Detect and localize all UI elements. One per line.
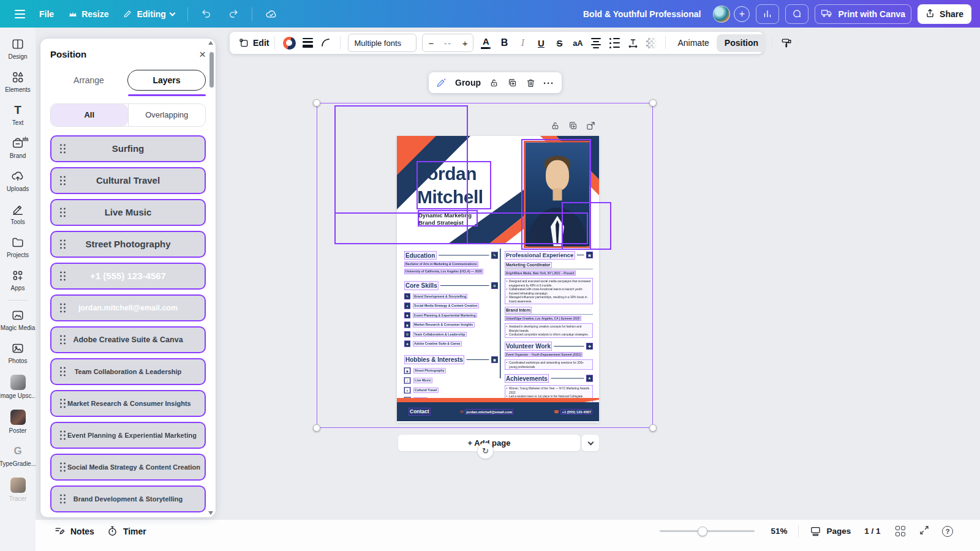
avatar[interactable]: [713, 6, 730, 23]
education-line[interactable]: University of California, Los Angeles (U…: [404, 269, 483, 274]
drag-handle-icon[interactable]: [59, 302, 66, 313]
job-bullets[interactable]: Assisted in developing creative concepts…: [505, 323, 593, 338]
notes-button[interactable]: Notes: [48, 522, 100, 541]
duplicate-icon[interactable]: [568, 121, 578, 131]
italic-button[interactable]: I: [514, 34, 531, 51]
layer-item[interactable]: jordan.mitchell@email.com: [50, 294, 206, 321]
contact-bar[interactable]: Contact ✉ jordan.mitchell@email.com ☎ +1…: [397, 402, 599, 421]
sidebar-item-text[interactable]: T Text: [0, 99, 36, 132]
underline-button[interactable]: U: [532, 34, 549, 51]
sidebar-item-typegradient[interactable]: G TypeGradie...: [0, 440, 36, 473]
help-button[interactable]: ?: [942, 526, 953, 537]
group-button[interactable]: Group: [452, 74, 484, 91]
layer-item[interactable]: University of California, Los Angeles (U…: [50, 517, 206, 518]
text-case-button[interactable]: aA: [569, 34, 586, 51]
volunteer-section-heading[interactable]: Volunteer Work ✚: [505, 342, 593, 350]
file-menu[interactable]: File: [32, 5, 61, 23]
layer-item[interactable]: Adobe Creative Suite & Canva: [50, 326, 206, 353]
magic-edit-button[interactable]: [433, 74, 451, 91]
font-size-decrease[interactable]: −: [428, 38, 434, 48]
education-line[interactable]: Bachelor of Arts in Marketing & Communic…: [404, 262, 478, 267]
tab-arrange[interactable]: Arrange: [50, 70, 127, 90]
layer-item[interactable]: Brand Development & Storytelling: [50, 485, 206, 512]
achievements-section-heading[interactable]: Achievements ★: [505, 374, 593, 383]
layer-item[interactable]: Street Photography: [50, 231, 206, 258]
volunteer-meta[interactable]: Event Organizer – Youth Empowerment Summ…: [505, 352, 593, 357]
drag-handle-icon[interactable]: [59, 207, 66, 217]
design-page[interactable]: Jordan Mitchell Dynamic Marketing Brand …: [397, 136, 599, 422]
animate-button[interactable]: Animate: [671, 34, 715, 51]
job-bullets[interactable]: Designed and executed social media campa…: [505, 278, 593, 304]
skill-item[interactable]: ✦ Social Media Strategy & Content Creati…: [404, 303, 498, 309]
experience-section-heading[interactable]: Professional Experience ▣: [505, 251, 593, 259]
sidebar-item-poster[interactable]: Poster: [0, 405, 36, 440]
layer-item[interactable]: Cultural Travel: [50, 167, 206, 194]
list-button[interactable]: [606, 34, 623, 51]
font-size-increase[interactable]: +: [462, 38, 468, 48]
sidebar-item-design[interactable]: Design: [0, 32, 36, 66]
drag-handle-icon[interactable]: [59, 366, 66, 377]
drag-handle-icon[interactable]: [59, 398, 66, 408]
invite-member-button[interactable]: +: [734, 6, 750, 22]
delete-button[interactable]: [522, 74, 539, 91]
share-button[interactable]: Share: [918, 4, 971, 24]
job-title[interactable]: Brand Intern: [505, 307, 593, 315]
drag-handle-icon[interactable]: [59, 430, 66, 440]
drag-handle-icon[interactable]: [59, 239, 66, 249]
position-button[interactable]: Position: [717, 34, 766, 52]
undo-button[interactable]: [194, 4, 219, 24]
edit-image-button[interactable]: Edit: [238, 34, 269, 51]
selection-handle-top-left[interactable]: [313, 99, 320, 107]
more-options-button[interactable]: ···: [540, 74, 557, 91]
strikethrough-button[interactable]: S: [551, 34, 568, 51]
hobbies-section-heading[interactable]: Hobbies & Interests ▣: [404, 356, 498, 364]
font-family-selector[interactable]: Multiple fonts: [348, 34, 417, 52]
selection-handle-top-right[interactable]: [649, 99, 657, 107]
resize-button[interactable]: Resize: [62, 5, 115, 23]
color-swatch-button[interactable]: [281, 34, 298, 51]
skill-item[interactable]: ✚ Adobe Creative Suite & Canva: [404, 341, 498, 347]
sidebar-item-brand[interactable]: Brand: [0, 132, 36, 165]
drag-handle-icon[interactable]: [59, 175, 66, 186]
sidebar-item-image-upscaler[interactable]: Image Upsc...: [0, 370, 36, 405]
close-icon[interactable]: ×: [199, 48, 206, 60]
job-meta[interactable]: BrightWave Media, New York, NY | 2021 – …: [505, 271, 593, 276]
layer-item[interactable]: Live Music: [50, 199, 206, 226]
insights-button[interactable]: [756, 4, 779, 24]
fullscreen-button[interactable]: [919, 525, 930, 538]
subtab-overlapping[interactable]: Overlapping: [128, 104, 206, 126]
sidebar-item-uploads[interactable]: Uploads: [0, 165, 36, 198]
grid-view-button[interactable]: [895, 526, 906, 536]
print-with-canva-button[interactable]: Print with Canva: [815, 4, 911, 24]
volunteer-bullets[interactable]: Coordinated workshops and networking ses…: [505, 359, 593, 370]
drag-handle-icon[interactable]: [59, 334, 66, 345]
transparency-button[interactable]: [643, 34, 660, 51]
layer-item[interactable]: Surfing: [50, 135, 206, 162]
share-element-icon[interactable]: [586, 121, 596, 131]
copy-style-button[interactable]: [778, 34, 795, 51]
zoom-level[interactable]: 51%: [771, 527, 787, 536]
pages-button[interactable]: Pages: [810, 526, 851, 536]
sidebar-item-elements[interactable]: Elements: [0, 66, 36, 99]
sync-page-button[interactable]: ↻: [477, 443, 494, 459]
zoom-slider-thumb[interactable]: [698, 527, 707, 536]
sidebar-item-magic-media[interactable]: Magic Media: [0, 304, 36, 337]
font-size-stepper[interactable]: − -- +: [422, 34, 473, 52]
drag-handle-icon[interactable]: [59, 271, 66, 281]
skill-item[interactable]: ✎ Brand Development & Storytelling: [404, 293, 498, 299]
profile-photo[interactable]: [524, 141, 591, 248]
layer-item[interactable]: Market Research & Consumer Insights: [50, 390, 206, 417]
scroll-down-arrow[interactable]: [208, 511, 213, 515]
drag-handle-icon[interactable]: [59, 462, 66, 472]
layer-item[interactable]: Social Media Strategy & Content Creation: [50, 454, 206, 481]
resume-subtitle[interactable]: Dynamic Marketing Brand Strategist: [418, 211, 472, 227]
redo-button[interactable]: [221, 4, 246, 24]
scroll-up-arrow[interactable]: [208, 41, 213, 45]
stroke-weight-button[interactable]: [299, 34, 316, 51]
lock-icon[interactable]: [550, 121, 560, 131]
selection-handle-bottom-left[interactable]: [313, 424, 320, 432]
comments-button[interactable]: [785, 4, 809, 24]
hobby-item[interactable]: ◉ Street Photography: [404, 368, 498, 374]
job-meta[interactable]: UrbanEdge Creative, Los Angeles, CA | Su…: [505, 316, 593, 321]
subtab-all[interactable]: All: [51, 104, 128, 126]
